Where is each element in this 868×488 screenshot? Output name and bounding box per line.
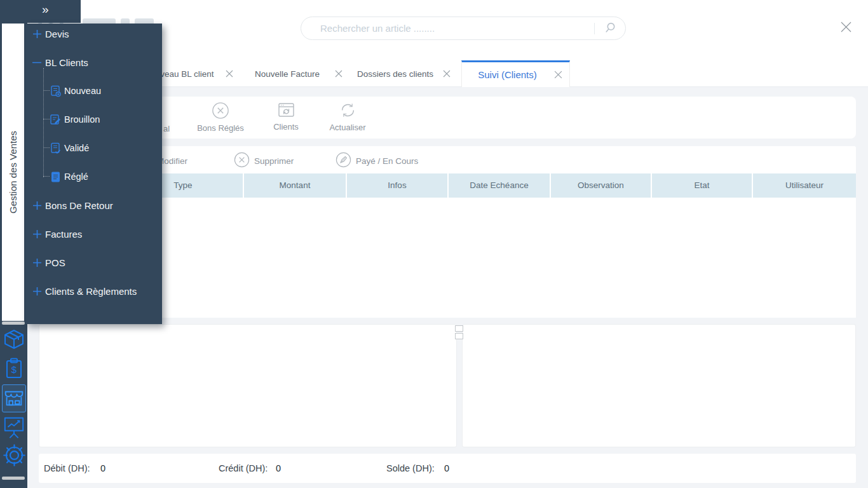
submenu-item-brouillon[interactable]: Brouillon	[25, 112, 162, 126]
supprimer-label: Supprimer	[254, 156, 294, 166]
plus-icon[interactable]	[32, 286, 42, 296]
window-close-button[interactable]	[837, 20, 854, 36]
svg-text:$: $	[11, 364, 17, 375]
menu-item-label: Factures	[45, 229, 82, 240]
store-icon	[2, 386, 26, 412]
clients-label: Clients	[273, 122, 299, 132]
summary-bar: Débit (DH): 0 Crédit (DH): 0 Solde (DH):…	[39, 454, 856, 483]
app-window: Nouveau BL client Nouvelle Facture Dossi…	[0, 0, 868, 488]
rail-grip-bottom[interactable]	[2, 477, 25, 480]
submenu-item-nouveau[interactable]: Nouveau	[25, 84, 162, 98]
clients-button[interactable]: Clients	[251, 102, 321, 135]
bons-regles-label: Bons Réglés	[197, 123, 244, 133]
document-edit-icon	[50, 113, 61, 126]
debit-value: 0	[100, 454, 105, 483]
rail-settings-button[interactable]	[2, 443, 26, 470]
menu-item-devis[interactable]: Devis	[25, 27, 162, 41]
plus-icon[interactable]	[32, 229, 42, 239]
menu-item-label: POS	[45, 257, 65, 268]
rail-stock-button[interactable]	[2, 327, 26, 353]
tab-close-icon[interactable]	[442, 69, 452, 79]
refresh-icon	[339, 102, 356, 121]
rail-grip-top[interactable]	[2, 322, 25, 325]
debit-label: Débit (DH):	[44, 454, 90, 483]
expand-chevrons-button[interactable]: »	[42, 3, 49, 17]
credit-label: Crédit (DH):	[219, 454, 268, 483]
bons-regles-button[interactable]: Bons Réglés	[186, 102, 255, 135]
table-header-utilisateur[interactable]: Utilisateur	[752, 173, 856, 198]
tab-suivi-clients[interactable]: Suivi (Clients)	[461, 60, 570, 87]
tab-close-icon[interactable]	[224, 69, 234, 79]
close-icon	[840, 21, 852, 35]
menu-item-bons-de-retour[interactable]: Bons De Retour	[25, 198, 162, 212]
gear-icon	[3, 444, 26, 469]
menu-item-label: Bons De Retour	[45, 200, 113, 211]
document-check-icon	[50, 142, 61, 154]
submenu-item-valide[interactable]: Validé	[25, 141, 162, 155]
actualiser-button[interactable]: Actualiser	[313, 102, 383, 135]
rail-header-block: »	[0, 0, 81, 23]
rail-ventes-button[interactable]	[2, 384, 26, 412]
module-strip[interactable]: Gestion des Ventes	[2, 24, 24, 321]
rail-stats-button[interactable]	[2, 414, 26, 441]
clipboard-dollar-icon: $	[3, 357, 25, 382]
tab-label: Nouvelle Facture	[241, 69, 334, 79]
minus-icon[interactable]	[32, 57, 42, 67]
plus-icon[interactable]	[32, 29, 42, 39]
actualiser-label: Actualiser	[329, 123, 365, 132]
tab-label: Suivi (Clients)	[462, 69, 553, 80]
rail-achats-button[interactable]: $	[2, 356, 26, 383]
credit-value: 0	[276, 454, 281, 483]
chart-presentation-icon	[3, 415, 25, 441]
paye-en-cours-button[interactable]: Payé / En Cours	[336, 152, 418, 170]
table-header-etat[interactable]: Etat	[651, 173, 752, 198]
splitter-handle-top[interactable]	[455, 325, 463, 332]
tab-close-icon[interactable]	[553, 70, 563, 80]
table-header-infos[interactable]: Infos	[346, 173, 447, 198]
menu-item-bl-clients[interactable]: BL Clients	[25, 55, 162, 69]
tab-label: Dossiers des clients	[349, 69, 442, 79]
circle-x-icon	[212, 102, 229, 121]
circle-pen-icon	[336, 152, 351, 170]
menu-item-label: Devis	[45, 29, 69, 39]
submenu-item-label: Brouillon	[64, 114, 100, 125]
supprimer-button[interactable]: Supprimer	[234, 152, 294, 170]
detail-panel-right	[462, 324, 856, 447]
module-title-vertical: Gestion des Ventes	[8, 131, 18, 214]
plus-icon[interactable]	[32, 257, 42, 268]
paye-en-cours-label: Payé / En Cours	[356, 156, 418, 166]
tab-nouvelle-facture[interactable]: Nouvelle Facture	[241, 60, 350, 87]
table-header-observation[interactable]: Observation	[550, 173, 651, 198]
table-header-montant[interactable]: Montant	[243, 173, 346, 198]
menu-item-factures[interactable]: Factures	[25, 227, 162, 241]
toolbar-button-partial-label[interactable]: al	[163, 124, 170, 133]
ventes-menu-panel: Devis BL Clients Nouveau	[25, 24, 162, 324]
search-icon	[605, 22, 616, 35]
splitter-handle-bottom[interactable]	[455, 333, 463, 339]
submenu-item-regle[interactable]: Réglé	[25, 170, 162, 184]
circle-x-icon	[234, 152, 250, 170]
submenu-item-label: Validé	[64, 143, 89, 153]
menu-item-clients-reglements[interactable]: Clients & Règlements	[25, 284, 162, 298]
window-refresh-icon	[278, 102, 295, 120]
menu-item-label: BL Clients	[45, 57, 88, 68]
document-filled-icon	[50, 170, 61, 183]
tab-close-icon[interactable]	[334, 69, 344, 79]
menu-item-label: Clients & Règlements	[45, 286, 137, 297]
document-plus-icon	[50, 85, 61, 97]
article-search	[301, 17, 626, 40]
search-button[interactable]	[595, 17, 625, 39]
solde-label: Solde (DH):	[386, 454, 435, 483]
submenu-item-label: Nouveau	[64, 86, 101, 96]
solde-value: 0	[444, 454, 449, 483]
menu-item-pos[interactable]: POS	[25, 255, 162, 269]
tab-dossiers-des-clients[interactable]: Dossiers des clients	[349, 60, 458, 87]
plus-icon[interactable]	[32, 200, 42, 210]
package-icon	[3, 328, 25, 353]
table-header-date-echeance[interactable]: Date Echéance	[447, 173, 550, 198]
submenu-item-label: Réglé	[64, 172, 88, 182]
search-input[interactable]	[301, 23, 594, 34]
detail-panel-left	[39, 324, 457, 447]
